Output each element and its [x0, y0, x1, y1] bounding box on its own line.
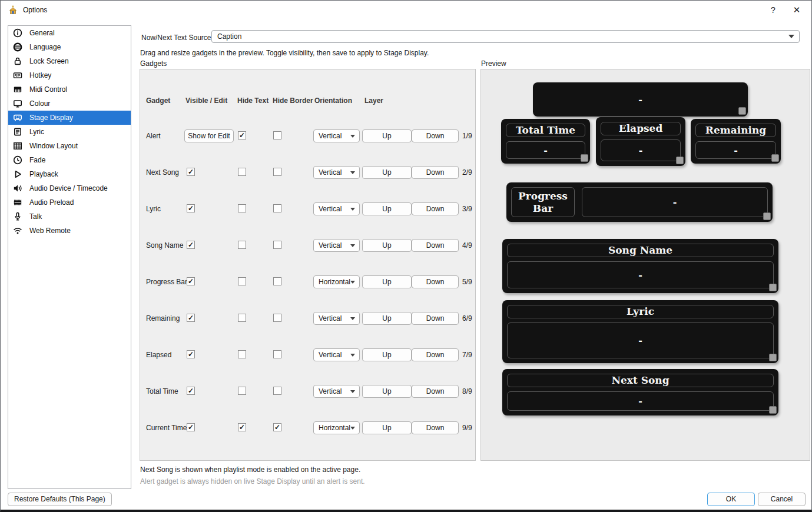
hide-border-checkbox[interactable] — [273, 314, 281, 322]
sidebar-item-hotkey[interactable]: Hotkey — [8, 68, 131, 82]
hide-border-checkbox[interactable] — [273, 204, 281, 212]
orientation-dropdown[interactable]: Vertical — [313, 166, 360, 179]
sidebar-item-colour[interactable]: Colour — [8, 97, 131, 111]
resize-handle[interactable] — [738, 107, 746, 115]
layer-up-button[interactable]: Up — [362, 385, 412, 398]
layer-down-button[interactable]: Down — [412, 348, 459, 361]
sidebar-item-label: Stage Display — [29, 114, 73, 122]
play-icon — [13, 169, 22, 179]
resize-handle[interactable] — [763, 212, 771, 220]
sidebar-item-audio-device[interactable]: Audio Device / Timecode — [8, 181, 131, 195]
sidebar-item-talk[interactable]: Talk — [8, 210, 131, 224]
sidebar-item-web-remote[interactable]: Web Remote — [8, 224, 131, 238]
close-button[interactable]: ✕ — [789, 3, 804, 17]
layer-down-button[interactable]: Down — [412, 202, 459, 215]
hide-border-checkbox[interactable] — [273, 387, 281, 395]
layer-down-button[interactable]: Down — [412, 312, 459, 325]
layer-up-button[interactable]: Up — [362, 312, 412, 325]
hide-text-checkbox[interactable] — [238, 350, 246, 358]
orientation-dropdown[interactable]: Vertical — [313, 239, 360, 252]
sidebar-item-label: Window Layout — [29, 142, 78, 150]
cancel-button[interactable]: Cancel — [758, 493, 806, 506]
layer-up-button[interactable]: Up — [362, 421, 412, 434]
show-for-edit-button[interactable]: Show for Edit — [184, 129, 234, 142]
orientation-value: Vertical — [319, 351, 342, 359]
hide-border-checkbox[interactable] — [273, 168, 281, 176]
hide-border-checkbox[interactable]: ✓ — [273, 423, 281, 431]
hide-border-checkbox[interactable] — [273, 131, 281, 139]
gadgets-table-panel: Gadget Visible / Edit Hide Text Hide Bor… — [140, 69, 476, 461]
visible-checkbox[interactable]: ✓ — [187, 277, 195, 285]
help-button[interactable]: ? — [765, 3, 781, 17]
hide-border-checkbox[interactable] — [273, 277, 281, 285]
hide-text-checkbox[interactable] — [238, 277, 246, 285]
layer-up-button[interactable]: Up — [362, 166, 412, 179]
preview-gadget-next-song[interactable]: Next Song - — [502, 369, 778, 415]
hide-text-checkbox[interactable] — [238, 387, 246, 395]
hide-text-checkbox[interactable]: ✓ — [238, 131, 246, 139]
layer-up-button[interactable]: Up — [362, 275, 412, 288]
preview-gadget-song-name[interactable]: Song Name - — [502, 239, 778, 293]
resize-handle[interactable] — [769, 354, 777, 361]
hide-border-checkbox[interactable] — [273, 350, 281, 358]
orientation-dropdown[interactable]: Vertical — [313, 129, 360, 142]
layer-up-button[interactable]: Up — [362, 129, 412, 142]
orientation-dropdown[interactable]: Vertical — [313, 312, 360, 325]
sidebar-item-lyric[interactable]: Lyric — [8, 125, 131, 139]
visible-checkbox[interactable]: ✓ — [187, 423, 195, 431]
layer-up-button[interactable]: Up — [362, 239, 412, 252]
chevron-down-icon — [350, 354, 355, 357]
resize-handle[interactable] — [769, 284, 777, 291]
hide-text-checkbox[interactable] — [238, 314, 246, 322]
layer-up-button[interactable]: Up — [362, 348, 412, 361]
preview-gadget-total-time[interactable]: Total Time - — [501, 119, 590, 164]
sidebar-item-window-layout[interactable]: Window Layout — [8, 139, 131, 153]
visible-checkbox[interactable]: ✓ — [187, 314, 195, 322]
sidebar-item-language[interactable]: Language — [8, 40, 131, 54]
sidebar-item-playback[interactable]: Playback — [8, 167, 131, 181]
preview-gadget-lyric[interactable]: Lyric - — [502, 300, 778, 363]
hide-border-checkbox[interactable] — [273, 241, 281, 249]
sidebar-item-stage-display[interactable]: Stage Display — [8, 111, 131, 125]
visible-checkbox[interactable]: ✓ — [187, 204, 195, 212]
layer-down-button[interactable]: Down — [412, 239, 459, 252]
sidebar-item-lock-screen[interactable]: Lock Screen — [8, 54, 131, 68]
visible-checkbox[interactable]: ✓ — [187, 168, 195, 176]
preview-gadget-progress-bar[interactable]: Progress Bar - — [506, 182, 773, 222]
hide-text-checkbox[interactable] — [238, 241, 246, 249]
layer-down-button[interactable]: Down — [412, 129, 459, 142]
text-source-dropdown[interactable]: Caption — [211, 30, 800, 43]
sidebar-item-midi-control[interactable]: Midi Control — [8, 82, 131, 97]
hide-text-checkbox[interactable] — [238, 204, 246, 212]
orientation-dropdown[interactable]: Horizontal — [313, 275, 360, 288]
preview-gadget-current-time[interactable]: - — [533, 82, 748, 117]
ok-button[interactable]: OK — [707, 493, 755, 506]
sidebar-item-label: Midi Control — [29, 85, 67, 94]
visible-checkbox[interactable]: ✓ — [187, 241, 195, 249]
sidebar-item-audio-preload[interactable]: Audio Preload — [8, 195, 131, 210]
preview-gadget-remaining[interactable]: Remaining - — [691, 119, 781, 164]
sidebar-item-general[interactable]: General — [8, 26, 131, 40]
layer-down-button[interactable]: Down — [412, 385, 459, 398]
layer-indicator: 8/9 — [462, 384, 472, 398]
orientation-dropdown[interactable]: Vertical — [313, 348, 360, 361]
orientation-dropdown[interactable]: Vertical — [313, 385, 360, 398]
resize-handle[interactable] — [771, 154, 779, 162]
restore-defaults-button[interactable]: Restore Defaults (This Page) — [8, 493, 112, 506]
visible-checkbox[interactable]: ✓ — [187, 350, 195, 358]
preview-gadget-elapsed[interactable]: Elapsed - — [596, 117, 685, 166]
layer-down-button[interactable]: Down — [412, 421, 459, 434]
orientation-dropdown[interactable]: Vertical — [313, 202, 360, 215]
layer-up-button[interactable]: Up — [362, 202, 412, 215]
layer-down-button[interactable]: Down — [412, 166, 459, 179]
resize-handle[interactable] — [581, 154, 588, 162]
orientation-dropdown[interactable]: Horizontal — [313, 421, 360, 434]
sidebar-item-fade[interactable]: Fade — [8, 153, 131, 167]
hide-text-checkbox[interactable]: ✓ — [238, 423, 246, 431]
visible-checkbox[interactable]: ✓ — [187, 387, 195, 395]
resize-handle[interactable] — [769, 406, 777, 414]
hide-text-checkbox[interactable] — [238, 168, 246, 176]
resize-handle[interactable] — [676, 157, 684, 164]
table-row: Song Name ✓ Vertical Up Down 4/9 — [140, 238, 475, 252]
layer-down-button[interactable]: Down — [412, 275, 459, 288]
